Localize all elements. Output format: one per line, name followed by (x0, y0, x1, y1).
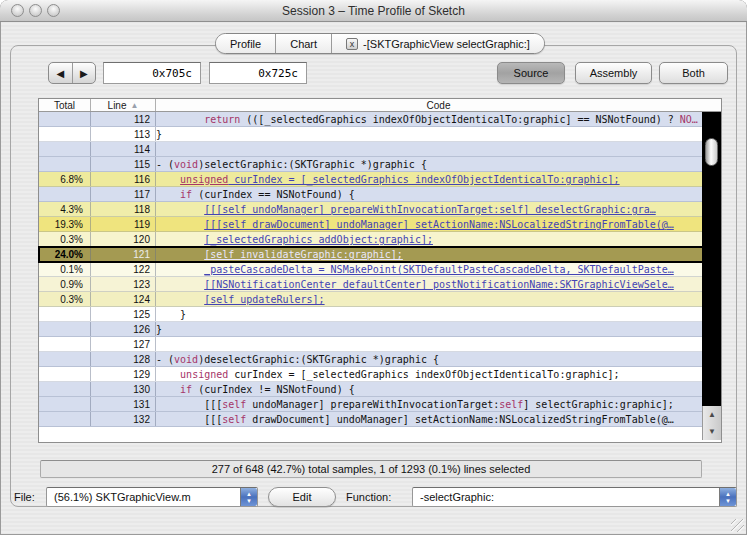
address-end-field[interactable]: 0x725c (209, 62, 307, 84)
title-bar[interactable]: Session 3 – Time Profile of Sketch (0, 0, 747, 22)
history-nav-buttons: ◀ ▶ (48, 62, 96, 84)
line-number: 128 (91, 352, 156, 366)
forward-icon: ▶ (80, 68, 88, 79)
code-row-125[interactable]: 125 } (39, 307, 704, 322)
tab-chart[interactable]: Chart (276, 34, 332, 53)
popup-arrows-icon[interactable]: ▲▼ (240, 488, 257, 506)
total-percent: 0.9% (39, 277, 91, 291)
line-number: 124 (91, 292, 156, 306)
code-text: unsigned curIndex = [_selectedGraphics i… (156, 367, 704, 381)
line-number: 121 (91, 247, 156, 261)
function-popup-value: -selectGraphic: (413, 488, 719, 506)
code-text: } (156, 307, 704, 321)
close-tab-icon[interactable]: x (346, 38, 358, 50)
code-row-124[interactable]: 0.3%124 [self updateRulers]; (39, 292, 704, 307)
total-percent (39, 412, 91, 426)
line-number: 130 (91, 382, 156, 396)
column-header-line[interactable]: Line ▲ (91, 99, 156, 111)
code-row-128[interactable]: 128- (void)deselectGraphic:(SKTGraphic *… (39, 352, 704, 367)
code-text: } (156, 322, 704, 336)
view-tabs: Profile Chart x -[SKTGraphicView selectG… (215, 33, 545, 54)
code-row-123[interactable]: 0.9%123 [[NSNotificationCenter defaultCe… (39, 277, 704, 292)
code-row-119[interactable]: 19.3%119 [[[self drawDocument] undoManag… (39, 217, 704, 232)
file-popup-value: (56.1%) SKTGraphicView.m (47, 488, 240, 506)
back-icon: ◀ (56, 68, 64, 79)
total-percent: 6.8% (39, 172, 91, 186)
code-text: [self invalidateGraphic:graphic]; (156, 247, 704, 261)
total-percent (39, 307, 91, 321)
line-number: 116 (91, 172, 156, 186)
code-text: [_selectedGraphics addObject:graphic]; (156, 232, 704, 246)
code-row-112[interactable]: 112 return (([_selectedGraphics indexOfO… (39, 112, 704, 127)
back-button[interactable]: ◀ (49, 63, 73, 83)
code-row-132[interactable]: 132 [[[self drawDocument] undoManager] s… (39, 412, 704, 427)
code-text: if (curIndex == NSNotFound) { (156, 187, 704, 201)
assembly-view-button[interactable]: Assembly (575, 62, 652, 84)
code-row-127[interactable]: 127 (39, 337, 704, 352)
both-view-button[interactable]: Both (659, 62, 728, 84)
code-text: [[[self undoManager] prepareWithInvocati… (156, 202, 704, 216)
column-header-total[interactable]: Total (39, 99, 91, 111)
total-percent: 19.3% (39, 217, 91, 231)
code-row-118[interactable]: 4.3%118 [[[self undoManager] prepareWith… (39, 202, 704, 217)
code-text: - (void)selectGraphic:(SKTGraphic *)grap… (156, 157, 704, 171)
line-number: 126 (91, 322, 156, 336)
code-text: [[[self drawDocument] undoManager] setAc… (156, 412, 704, 426)
tab-profile[interactable]: Profile (216, 34, 276, 53)
code-row-122[interactable]: 0.1%122 _pasteCascadeDelta = NSMakePoint… (39, 262, 704, 277)
edit-button[interactable]: Edit (268, 487, 336, 507)
code-row-126[interactable]: 126} (39, 322, 704, 337)
code-text: unsigned curIndex = [_selectedGraphics i… (156, 172, 704, 186)
code-text: [[NSNotificationCenter defaultCenter] po… (156, 277, 704, 291)
function-label: Function: (346, 491, 391, 503)
code-text (156, 337, 704, 351)
file-popup[interactable]: (56.1%) SKTGraphicView.m ▲▼ (46, 487, 258, 507)
sort-ascending-icon: ▲ (130, 101, 138, 110)
code-row-130[interactable]: 130 if (curIndex != NSNotFound) { (39, 382, 704, 397)
total-percent: 4.3% (39, 202, 91, 216)
scroll-up-button[interactable]: ▲ (703, 406, 721, 423)
line-number: 132 (91, 412, 156, 426)
address-start-field[interactable]: 0x705c (103, 62, 201, 84)
function-popup[interactable]: -selectGraphic: ▲▼ (412, 487, 737, 507)
app-window: Session 3 – Time Profile of Sketch Profi… (0, 0, 747, 535)
total-percent: 0.3% (39, 292, 91, 306)
scrollbar-track[interactable] (702, 112, 721, 406)
code-text: return (([_selectedGraphics indexOfObjec… (156, 112, 704, 126)
table-body: 112 return (([_selectedGraphics indexOfO… (39, 112, 704, 427)
profile-table: Total Line ▲ Code 112 return (([_selecte… (38, 98, 722, 443)
code-row-131[interactable]: 131 [[[self undoManager] prepareWithInvo… (39, 397, 704, 412)
line-number: 122 (91, 262, 156, 276)
line-number: 118 (91, 202, 156, 216)
code-row-113[interactable]: 113} (39, 127, 704, 142)
tab-session-label: -[SKTGraphicView selectGraphic:] (363, 38, 530, 50)
resize-grip-icon[interactable] (731, 519, 744, 532)
total-percent (39, 187, 91, 201)
tab-session[interactable]: x -[SKTGraphicView selectGraphic:] (332, 34, 544, 53)
scrollbar-thumb[interactable] (705, 138, 718, 166)
code-row-115[interactable]: 115- (void)selectGraphic:(SKTGraphic *)g… (39, 157, 704, 172)
scroll-down-button[interactable]: ▼ (703, 423, 721, 440)
code-row-129[interactable]: 129 unsigned curIndex = [_selectedGraphi… (39, 367, 704, 382)
line-number: 114 (91, 142, 156, 156)
popup-arrows-icon[interactable]: ▲▼ (719, 488, 736, 506)
scrollbar-arrows: ▲ ▼ (702, 406, 721, 440)
code-text: _pasteCascadeDelta = NSMakePoint(SKTDefa… (156, 262, 704, 276)
column-header-code[interactable]: Code (156, 99, 721, 111)
line-number: 115 (91, 157, 156, 171)
code-row-120[interactable]: 0.3%120 [_selectedGraphics addObject:gra… (39, 232, 704, 247)
code-row-117[interactable]: 117 if (curIndex == NSNotFound) { (39, 187, 704, 202)
code-row-116[interactable]: 6.8%116 unsigned curIndex = [_selectedGr… (39, 172, 704, 187)
forward-button[interactable]: ▶ (73, 63, 96, 83)
source-view-button[interactable]: Source (497, 62, 565, 84)
window-title: Session 3 – Time Profile of Sketch (0, 4, 747, 18)
total-percent (39, 157, 91, 171)
code-text: } (156, 127, 704, 141)
line-number: 131 (91, 397, 156, 411)
code-text: [self updateRulers]; (156, 292, 704, 306)
code-row-121[interactable]: 24.0%121 [self invalidateGraphic:graphic… (39, 247, 704, 262)
total-percent: 24.0% (39, 247, 91, 261)
line-number: 129 (91, 367, 156, 381)
line-number: 125 (91, 307, 156, 321)
code-row-114[interactable]: 114 (39, 142, 704, 157)
